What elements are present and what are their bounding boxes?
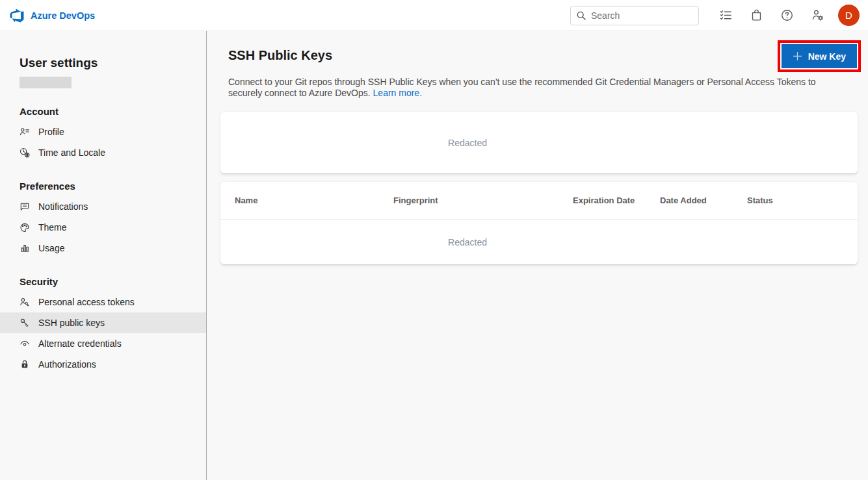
column-name: Name	[235, 196, 393, 205]
sidebar-item-label: Notifications	[38, 201, 88, 212]
avatar-initial: D	[845, 10, 852, 21]
table-header-row: Name Fingerprint Expiration Date Date Ad…	[220, 182, 858, 220]
main-content: SSH Public Keys New Key Connect to your …	[207, 31, 868, 480]
sidebar-item-label: Authorizations	[38, 359, 96, 370]
task-list-icon[interactable]	[711, 0, 741, 31]
table-row: Redacted	[220, 220, 858, 264]
column-fingerprint: Fingerprint	[393, 196, 573, 205]
profile-icon	[20, 127, 30, 137]
sidebar-item-time-and-locale[interactable]: Time and Locale	[0, 142, 206, 163]
eye-icon	[20, 338, 30, 349]
redacted-bar	[20, 77, 72, 88]
sidebar-item-personal-access-tokens[interactable]: Personal access tokens	[0, 292, 206, 312]
sidebar-item-label: Alternate credentials	[38, 338, 122, 349]
new-key-button[interactable]: New Key	[782, 44, 857, 68]
page-title: SSH Public Keys	[228, 48, 858, 63]
sidebar-item-label: Time and Locale	[38, 147, 105, 158]
top-bar: Azure DevOps D	[0, 0, 868, 31]
column-date-added: Date Added	[660, 196, 747, 205]
sidebar-item-label: Theme	[38, 222, 67, 233]
azure-devops-home-link[interactable]: Azure DevOps	[9, 8, 95, 23]
sidebar-item-theme[interactable]: Theme	[0, 217, 206, 238]
user-settings-gear-icon[interactable]	[802, 0, 833, 31]
search-icon	[576, 10, 586, 21]
lock-icon	[20, 359, 30, 370]
section-security: Security	[20, 276, 206, 287]
marketplace-bag-icon[interactable]	[741, 0, 772, 31]
page-description: Connect to your Git repos through SSH Pu…	[228, 77, 843, 99]
key-icon	[20, 318, 30, 328]
sidebar: User settings Account Profile Time and L…	[0, 31, 207, 480]
ssh-keys-table: Name Fingerprint Expiration Date Date Ad…	[220, 182, 858, 264]
sidebar-item-authorizations[interactable]: Authorizations	[0, 354, 206, 375]
time-locale-icon	[20, 147, 30, 158]
search-box[interactable]	[570, 6, 699, 25]
plus-icon	[793, 51, 802, 61]
sidebar-item-notifications[interactable]: Notifications	[0, 196, 206, 217]
person-key-icon	[20, 297, 30, 307]
redacted-row-text: Redacted	[220, 237, 715, 247]
redacted-banner-card: Redacted	[220, 112, 858, 173]
help-icon[interactable]	[772, 0, 802, 31]
theme-palette-icon	[20, 222, 30, 233]
section-preferences: Preferences	[20, 181, 206, 192]
notifications-icon	[20, 201, 30, 212]
sidebar-title: User settings	[20, 56, 206, 70]
search-input[interactable]	[591, 10, 693, 21]
sidebar-item-label: Personal access tokens	[38, 297, 135, 307]
new-key-highlight-box: New Key	[778, 40, 861, 72]
sidebar-item-label: Usage	[38, 243, 64, 253]
brand-title: Azure DevOps	[31, 10, 95, 21]
column-expiration-date: Expiration Date	[573, 196, 660, 205]
sidebar-item-alternate-credentials[interactable]: Alternate credentials	[0, 333, 206, 354]
learn-more-link[interactable]: Learn more.	[373, 88, 422, 98]
section-account: Account	[20, 106, 206, 117]
sidebar-item-profile[interactable]: Profile	[0, 121, 206, 142]
redacted-banner-text: Redacted	[220, 138, 715, 148]
sidebar-item-label: SSH public keys	[38, 318, 105, 328]
usage-chart-icon	[20, 243, 30, 253]
sidebar-item-ssh-public-keys[interactable]: SSH public keys	[0, 312, 206, 333]
azure-devops-logo-icon	[9, 8, 25, 23]
sidebar-item-usage[interactable]: Usage	[0, 238, 206, 259]
column-status: Status	[747, 196, 858, 205]
sidebar-item-label: Profile	[38, 127, 64, 137]
avatar[interactable]: D	[838, 5, 860, 26]
